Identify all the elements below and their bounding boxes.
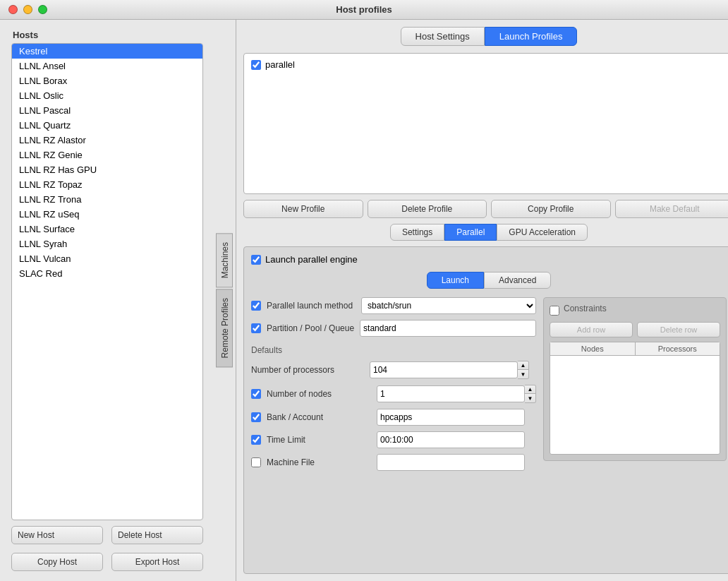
list-item[interactable]: LLNL Syrah (12, 236, 202, 251)
new-profile-button[interactable]: New Profile (243, 200, 363, 218)
launch-profiles-tab[interactable]: Launch Profiles (485, 27, 578, 46)
copy-profile-button[interactable]: Copy Profile (491, 200, 611, 218)
hosts-section: Hosts KestrelLLNL AnselLLNL BoraxLLNL Os… (0, 20, 214, 581)
title-bar: Host profiles (0, 0, 728, 20)
list-item[interactable]: LLNL RZ Topaz (12, 177, 202, 192)
delete-host-button[interactable]: Delete Host (111, 526, 203, 544)
list-item: parallel (248, 58, 728, 71)
constraints-table: Nodes Processors (550, 342, 720, 455)
num-nodes-up[interactable]: ▲ (525, 385, 535, 394)
right-panel: Host Settings Launch Profiles parallel N… (236, 20, 728, 581)
close-button[interactable] (8, 5, 18, 14)
bank-checkbox[interactable] (251, 412, 261, 422)
constraints-section: Constraints Add row Delete row Nodes Pro… (543, 297, 727, 461)
form-right: Constraints Add row Delete row Nodes Pro… (543, 297, 727, 477)
parallel-method-select[interactable]: sbatch/srun mpirun srun ibrun (361, 297, 536, 314)
time-limit-checkbox[interactable] (251, 435, 261, 445)
bank-input[interactable] (377, 409, 525, 426)
list-item[interactable]: LLNL Ansel (12, 59, 202, 73)
list-item[interactable]: LLNL RZ Alastor (12, 133, 202, 148)
num-processors-input[interactable] (370, 361, 518, 378)
num-nodes-label: Number of nodes (267, 389, 371, 399)
num-nodes-input[interactable] (377, 385, 525, 402)
launch-parallel-row: Launch parallel engine (251, 254, 727, 265)
parallel-method-select-wrapper: sbatch/srun mpirun srun ibrun (361, 297, 536, 314)
machine-file-label: Machine File (267, 457, 371, 467)
machine-file-row: Machine File (251, 454, 536, 471)
list-item[interactable]: LLNL RZ Genie (12, 148, 202, 162)
parallel-tab[interactable]: Parallel (444, 224, 497, 241)
partition-checkbox[interactable] (251, 323, 261, 333)
delete-row-button[interactable]: Delete row (637, 322, 720, 337)
profile-buttons: New Profile Delete Profile Copy Profile … (243, 200, 728, 218)
top-tabs: Host Settings Launch Profiles (243, 27, 728, 46)
host-btn-row-1: New Host Delete Host (11, 526, 203, 544)
partition-label: Partition / Pool / Queue (267, 323, 354, 333)
num-nodes-spinner: ▲ ▼ (377, 385, 536, 403)
minimize-button[interactable] (23, 5, 32, 14)
window-controls[interactable] (8, 5, 47, 14)
bank-row: Bank / Account (251, 409, 536, 426)
partition-input[interactable] (360, 320, 536, 337)
constraints-checkbox[interactable] (550, 306, 559, 316)
remote-profiles-tab[interactable]: Remote Profiles (216, 289, 233, 367)
add-row-button[interactable]: Add row (550, 322, 633, 337)
machines-tab[interactable]: Machines (216, 233, 233, 287)
make-default-button[interactable]: Make Default (615, 200, 729, 218)
maximize-button[interactable] (38, 5, 47, 14)
parallel-method-row: Parallel launch method sbatch/srun mpiru… (251, 297, 536, 314)
num-processors-up[interactable]: ▲ (518, 361, 528, 370)
delete-profile-button[interactable]: Delete Profile (368, 200, 487, 218)
list-item[interactable]: LLNL Oslic (12, 88, 202, 103)
content-area: Launch parallel engine Launch Advanced P… (243, 246, 728, 574)
num-processors-down[interactable]: ▼ (518, 370, 528, 378)
export-host-button[interactable]: Export Host (111, 553, 203, 571)
host-btn-row-2: Copy Host Export Host (11, 553, 203, 571)
list-item[interactable]: LLNL Surface (12, 222, 202, 236)
copy-host-button[interactable]: Copy Host (11, 553, 103, 571)
constraints-table-header: Nodes Processors (550, 342, 720, 356)
num-nodes-down[interactable]: ▼ (525, 394, 535, 402)
main-container: Hosts KestrelLLNL AnselLLNL BoraxLLNL Os… (0, 20, 728, 581)
list-item[interactable]: LLNL Pascal (12, 103, 202, 118)
parallel-method-label: Parallel launch method (267, 301, 353, 311)
time-limit-input[interactable] (377, 431, 525, 448)
advanced-tab[interactable]: Advanced (484, 272, 551, 289)
left-panel: Hosts KestrelLLNL AnselLLNL BoraxLLNL Os… (0, 20, 236, 581)
parallel-method-checkbox[interactable] (251, 301, 261, 311)
left-host-buttons: New Host Delete Host Copy Host Export Ho… (4, 520, 210, 577)
list-item[interactable]: LLNL Quartz (12, 118, 202, 133)
launch-tab[interactable]: Launch (427, 272, 484, 289)
bank-label: Bank / Account (267, 412, 371, 422)
time-limit-row: Time Limit (251, 431, 536, 448)
launch-sub-tabs: Launch Advanced (251, 272, 727, 289)
profile-name: parallel (265, 59, 295, 70)
window-title: Host profiles (336, 4, 392, 15)
list-item[interactable]: Kestrel (12, 44, 202, 59)
settings-tab[interactable]: Settings (390, 224, 444, 241)
launch-parallel-checkbox[interactable] (251, 255, 261, 265)
time-limit-label: Time Limit (267, 435, 371, 445)
hosts-list[interactable]: KestrelLLNL AnselLLNL BoraxLLNL OslicLLN… (11, 43, 203, 520)
defaults-section: Defaults Number of processors ▲ ▼ (251, 345, 536, 471)
form-left: Parallel launch method sbatch/srun mpiru… (251, 297, 536, 477)
num-nodes-checkbox[interactable] (251, 389, 261, 399)
list-item[interactable]: LLNL Borax (12, 73, 202, 88)
list-item[interactable]: LLNL RZ uSeq (12, 207, 202, 222)
list-item[interactable]: LLNL Vulcan (12, 251, 202, 266)
num-processors-label: Number of processors (251, 365, 364, 375)
list-item[interactable]: LLNL RZ Trona (12, 192, 202, 207)
num-processors-spinner: ▲ ▼ (370, 361, 529, 379)
list-item[interactable]: LLNL RZ Has GPU (12, 162, 202, 177)
host-settings-tab[interactable]: Host Settings (401, 27, 485, 46)
form-area: Parallel launch method sbatch/srun mpiru… (251, 297, 727, 477)
machine-file-checkbox[interactable] (251, 457, 261, 467)
num-nodes-row: Number of nodes ▲ ▼ (251, 385, 536, 403)
launch-parallel-label: Launch parallel engine (265, 254, 358, 265)
profile-checkbox[interactable] (251, 60, 261, 70)
new-host-button[interactable]: New Host (11, 526, 103, 544)
list-item[interactable]: SLAC Red (12, 266, 202, 281)
machine-file-input[interactable] (377, 454, 525, 471)
gpu-acceleration-tab[interactable]: GPU Acceleration (497, 224, 588, 241)
constraints-title: Constraints (564, 304, 607, 313)
